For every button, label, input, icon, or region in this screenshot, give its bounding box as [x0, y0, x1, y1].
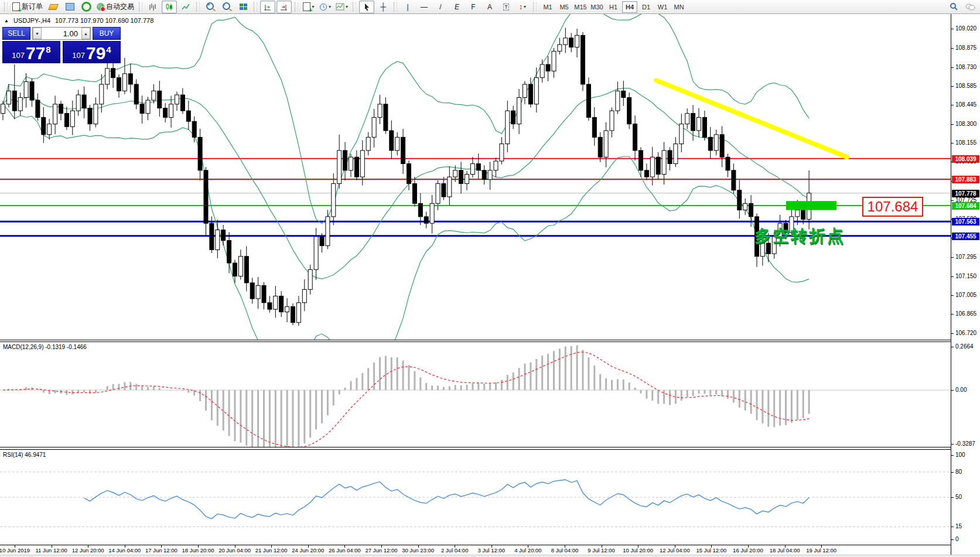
chart-shift-button[interactable]	[276, 1, 292, 13]
horizontal-line-icon: —	[421, 3, 428, 11]
price-tick	[951, 295, 954, 296]
timeframe-h4[interactable]: H4	[622, 1, 637, 13]
bar-chart-button[interactable]	[145, 1, 161, 13]
autotrade-icon	[97, 3, 104, 11]
macd-tick-label: 0.2664	[955, 343, 974, 350]
collapse-arrow-icon[interactable]: ▲	[4, 18, 9, 23]
new-chart-button[interactable]: ▾	[301, 1, 316, 13]
signals-button[interactable]	[78, 1, 94, 13]
channel-button[interactable]: E	[449, 1, 465, 13]
rsi-tick	[951, 497, 954, 498]
price-tick-label: 108.875	[955, 45, 976, 51]
line-chart-button[interactable]	[178, 1, 193, 13]
timeframe-m30[interactable]: M30	[589, 1, 605, 13]
chart-shift-icon	[280, 3, 288, 11]
rsi-tick	[951, 539, 954, 540]
signals-icon	[81, 2, 91, 12]
macd-canvas[interactable]	[0, 342, 951, 447]
volume-up-button[interactable]: ▲	[81, 28, 90, 39]
toolbar-grip	[533, 2, 537, 12]
period-button[interactable]: ▾	[317, 1, 333, 13]
toolbar-grip	[295, 2, 298, 12]
text-label-button[interactable]: T	[498, 1, 514, 13]
profiles-icon	[66, 3, 74, 11]
level-price-badge: 107.883	[952, 176, 979, 183]
timeframe-group: M1M5M15M30H1H4D1W1MN	[539, 1, 687, 13]
cursor-button[interactable]	[359, 1, 374, 13]
volume-input[interactable]	[42, 28, 81, 39]
search-button[interactable]	[946, 1, 961, 13]
timeframe-h1[interactable]: H1	[606, 1, 621, 13]
price-tick-label: 108.300	[955, 121, 976, 127]
sell-button[interactable]: SELL	[2, 27, 30, 40]
autotrade-button[interactable]: 自动交易	[95, 1, 136, 13]
channel-icon: E	[455, 3, 459, 11]
toolbar-grip	[353, 2, 356, 12]
candle-chart-button[interactable]	[162, 1, 177, 13]
price-tick-label: 109.020	[955, 25, 976, 32]
horizontal-line-button[interactable]: —	[416, 1, 432, 13]
candle-chart-icon	[165, 3, 173, 11]
buy-price-box[interactable]: 107 79 4	[63, 41, 121, 63]
price-tick-label: 106.865	[955, 310, 976, 317]
rsi-tick-label: 15	[955, 523, 962, 529]
crosshair-button[interactable]: ┼	[375, 1, 391, 13]
price-chart-canvas[interactable]	[0, 14, 951, 340]
zoom-out-button[interactable]: -	[219, 1, 234, 13]
crosshair-icon: ┼	[380, 4, 385, 10]
volume-down-button[interactable]: ▼	[33, 28, 42, 39]
timeframe-m5[interactable]: M5	[556, 1, 572, 13]
zoom-in-button[interactable]: +	[203, 1, 218, 13]
level-price-badge: 107.455	[952, 233, 979, 240]
dropdown-arrow-icon: ▾	[346, 4, 348, 9]
profiles-button[interactable]	[62, 1, 77, 13]
zoom-in-icon: +	[206, 2, 214, 10]
buy-price-big: 79	[86, 45, 105, 61]
fibonacci-button[interactable]: F	[466, 1, 481, 13]
macd-tick-label: 0.00	[955, 387, 967, 393]
price-tick-label: 108.155	[955, 139, 976, 146]
timeframe-w1[interactable]: W1	[655, 1, 670, 13]
rsi-canvas[interactable]	[0, 450, 951, 545]
vertical-line-icon: |	[407, 3, 408, 11]
tile-windows-button[interactable]	[235, 1, 251, 13]
price-tick-label: 108.730	[955, 64, 976, 70]
buy-button[interactable]: BUY	[93, 27, 121, 40]
marker-icon	[48, 4, 59, 10]
chat-icon	[965, 3, 975, 11]
macd-tick	[951, 444, 954, 445]
macd-tick-label: -0.3287	[955, 440, 975, 447]
toolbar-grip	[196, 2, 200, 12]
new-order-button[interactable]: 新订单	[11, 1, 45, 13]
marker-button[interactable]	[46, 1, 61, 13]
cursor-icon	[363, 3, 370, 11]
vertical-line-button[interactable]: |	[400, 1, 415, 13]
status-strip	[0, 555, 980, 557]
chinese-annotation[interactable]: 多空转折点	[754, 225, 845, 247]
symbol-period-label: USDJPY-,H4	[13, 17, 50, 24]
bar-chart-icon	[149, 3, 157, 11]
price-tick-label: 107.005	[955, 292, 976, 298]
sell-price-sup: 8	[46, 45, 50, 54]
sell-price-box[interactable]: 107 77 8	[2, 41, 60, 63]
price-tick	[951, 276, 954, 277]
timeframe-m1[interactable]: M1	[540, 1, 555, 13]
indicators-button[interactable]: ▾	[334, 1, 350, 13]
arrows-button[interactable]: ↕ ▾	[515, 1, 530, 13]
price-tick	[951, 314, 954, 315]
price-tag-107684[interactable]: 107.684	[862, 197, 923, 217]
trendline-button[interactable]: /	[433, 1, 448, 13]
price-tick	[951, 124, 954, 125]
text-button[interactable]: A	[482, 1, 497, 13]
timeframe-m15[interactable]: M15	[573, 1, 588, 13]
timeframe-d1[interactable]: D1	[638, 1, 654, 13]
autoscroll-button[interactable]	[260, 1, 275, 13]
price-tick	[951, 200, 954, 201]
trendline-icon: /	[439, 3, 441, 11]
new-order-icon	[12, 2, 20, 11]
timeframe-mn[interactable]: MN	[671, 1, 687, 13]
zoom-out-icon: -	[223, 2, 230, 10]
price-tick	[951, 48, 954, 49]
chat-button[interactable]	[962, 1, 978, 13]
price-tick	[951, 143, 954, 143]
